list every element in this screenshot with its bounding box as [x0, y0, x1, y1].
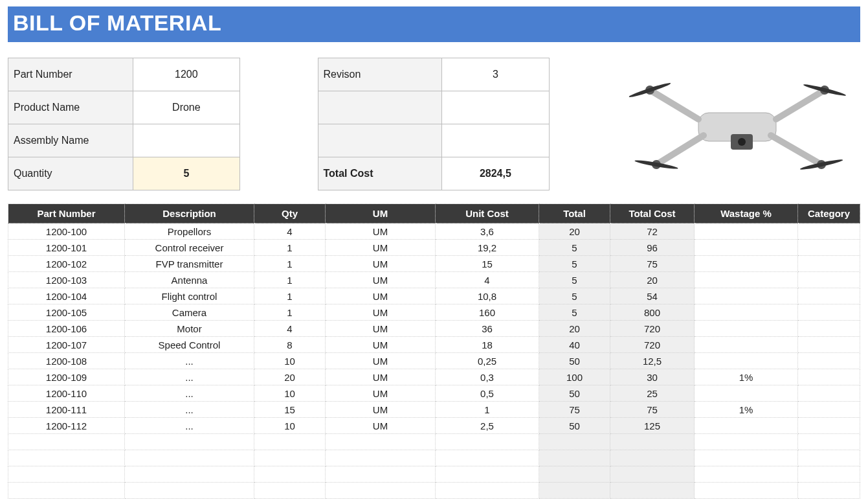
bom-cell[interactable]: 5: [539, 288, 610, 304]
bom-cell[interactable]: [695, 385, 798, 402]
bom-cell[interactable]: [798, 353, 860, 369]
bom-cell[interactable]: 25: [610, 385, 695, 402]
bom-cell[interactable]: [695, 272, 798, 288]
bom-cell[interactable]: [254, 483, 326, 499]
bom-cell[interactable]: [798, 256, 860, 272]
bom-cell[interactable]: ...: [125, 353, 254, 369]
bom-cell[interactable]: ...: [125, 369, 254, 385]
bom-cell[interactable]: 1200-111: [8, 402, 125, 418]
bom-cell[interactable]: 19,2: [436, 240, 539, 256]
bom-cell[interactable]: 75: [539, 402, 610, 418]
bom-cell[interactable]: [798, 385, 860, 402]
bom-cell[interactable]: Camera: [125, 304, 254, 321]
bom-cell[interactable]: 1: [254, 288, 326, 304]
bom-cell[interactable]: 20: [610, 272, 695, 288]
meta-value[interactable]: 1200: [133, 58, 239, 91]
bom-cell[interactable]: 15: [436, 256, 539, 272]
bom-cell[interactable]: [436, 450, 539, 466]
bom-cell[interactable]: 1: [254, 304, 326, 321]
bom-cell[interactable]: [798, 369, 860, 385]
bom-cell[interactable]: [695, 450, 798, 466]
bom-cell[interactable]: 20: [539, 223, 610, 240]
bom-cell[interactable]: 12,5: [610, 353, 695, 369]
bom-cell[interactable]: UM: [326, 418, 436, 434]
bom-cell[interactable]: [798, 418, 860, 434]
bom-cell[interactable]: 10,8: [436, 288, 539, 304]
bom-cell[interactable]: 72: [610, 223, 695, 240]
bom-cell[interactable]: 0,5: [436, 385, 539, 402]
bom-cell[interactable]: 0,3: [436, 369, 539, 385]
bom-cell[interactable]: [610, 434, 695, 450]
bom-cell[interactable]: [695, 483, 798, 499]
bom-cell[interactable]: 1200-112: [8, 418, 125, 434]
bom-cell[interactable]: 1: [254, 272, 326, 288]
bom-cell[interactable]: [610, 466, 695, 483]
bom-cell[interactable]: [798, 402, 860, 418]
bom-cell[interactable]: [539, 466, 610, 483]
bom-cell[interactable]: UM: [326, 385, 436, 402]
bom-cell[interactable]: 5: [539, 256, 610, 272]
bom-cell[interactable]: [695, 353, 798, 369]
bom-cell[interactable]: [8, 483, 125, 499]
bom-cell[interactable]: 30: [610, 369, 695, 385]
bom-cell[interactable]: [254, 466, 326, 483]
bom-cell[interactable]: Control receiver: [125, 240, 254, 256]
bom-cell[interactable]: UM: [326, 256, 436, 272]
bom-cell[interactable]: 1200-108: [8, 353, 125, 369]
bom-cell[interactable]: [125, 466, 254, 483]
bom-cell[interactable]: FVP transmitter: [125, 256, 254, 272]
bom-cell[interactable]: [436, 466, 539, 483]
bom-cell[interactable]: [695, 240, 798, 256]
bom-cell[interactable]: 1%: [695, 402, 798, 418]
bom-cell[interactable]: 5: [539, 272, 610, 288]
bom-cell[interactable]: UM: [326, 272, 436, 288]
bom-cell[interactable]: UM: [326, 288, 436, 304]
bom-cell[interactable]: 75: [610, 402, 695, 418]
bom-cell[interactable]: [695, 256, 798, 272]
meta-value[interactable]: 5: [133, 157, 239, 190]
bom-cell[interactable]: [798, 337, 860, 353]
bom-cell[interactable]: 1200-103: [8, 272, 125, 288]
bom-cell[interactable]: [798, 223, 860, 240]
bom-cell[interactable]: 1: [254, 256, 326, 272]
bom-cell[interactable]: ...: [125, 385, 254, 402]
bom-cell[interactable]: 100: [539, 369, 610, 385]
bom-cell[interactable]: 5: [539, 304, 610, 321]
bom-cell[interactable]: [798, 466, 860, 483]
bom-cell[interactable]: 50: [539, 385, 610, 402]
meta-value[interactable]: [441, 124, 549, 157]
bom-cell[interactable]: [539, 434, 610, 450]
bom-cell[interactable]: ...: [125, 402, 254, 418]
meta-value[interactable]: [441, 91, 549, 124]
bom-cell[interactable]: UM: [326, 223, 436, 240]
bom-cell[interactable]: [798, 304, 860, 321]
bom-cell[interactable]: Speed Control: [125, 337, 254, 353]
bom-cell[interactable]: 1200-101: [8, 240, 125, 256]
bom-cell[interactable]: UM: [326, 402, 436, 418]
bom-cell[interactable]: Propellors: [125, 223, 254, 240]
bom-cell[interactable]: 36: [436, 321, 539, 337]
bom-cell[interactable]: 1200-107: [8, 337, 125, 353]
bom-cell[interactable]: [125, 450, 254, 466]
bom-cell[interactable]: [798, 434, 860, 450]
bom-cell[interactable]: ...: [125, 418, 254, 434]
bom-cell[interactable]: 10: [254, 353, 326, 369]
bom-cell[interactable]: UM: [326, 304, 436, 321]
bom-cell[interactable]: [798, 321, 860, 337]
bom-cell[interactable]: 50: [539, 353, 610, 369]
bom-cell[interactable]: 10: [254, 385, 326, 402]
bom-cell[interactable]: 1: [254, 240, 326, 256]
bom-cell[interactable]: 1: [436, 402, 539, 418]
bom-cell[interactable]: [695, 418, 798, 434]
bom-cell[interactable]: UM: [326, 240, 436, 256]
bom-cell[interactable]: 50: [539, 418, 610, 434]
bom-cell[interactable]: 800: [610, 304, 695, 321]
bom-cell[interactable]: 1200-106: [8, 321, 125, 337]
bom-cell[interactable]: [8, 466, 125, 483]
bom-cell[interactable]: 160: [436, 304, 539, 321]
bom-cell[interactable]: [798, 272, 860, 288]
bom-cell[interactable]: 8: [254, 337, 326, 353]
bom-cell[interactable]: 125: [610, 418, 695, 434]
bom-cell[interactable]: 54: [610, 288, 695, 304]
bom-cell[interactable]: 1200-102: [8, 256, 125, 272]
